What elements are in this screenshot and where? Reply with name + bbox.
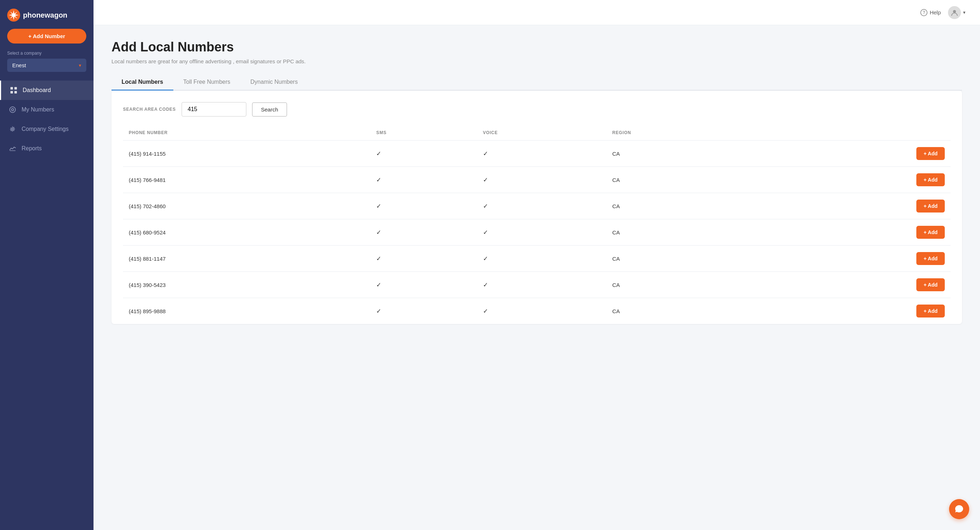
table-row: (415) 914-1155 ✓ ✓ CA + Add xyxy=(123,141,950,167)
add-number-row-button[interactable]: + Add xyxy=(916,173,945,186)
search-input[interactable] xyxy=(181,102,247,116)
add-number-row-button[interactable]: + Add xyxy=(916,278,945,291)
col-phone-number: PHONE NUMBER xyxy=(123,127,371,141)
svg-marker-1 xyxy=(9,10,19,20)
sidebar-item-dashboard[interactable]: Dashboard xyxy=(0,81,94,100)
sidebar-nav: Dashboard My Numbers Company Settings xyxy=(0,81,94,530)
sidebar-item-company-settings-label: Company Settings xyxy=(22,126,69,132)
table-row: (415) 390-5423 ✓ ✓ CA + Add xyxy=(123,272,950,298)
search-area-codes-label: SEARCH AREA CODES xyxy=(123,107,176,112)
sidebar: phonewagon + Add Number Select a company… xyxy=(0,0,94,530)
gear-icon xyxy=(9,125,16,133)
svg-rect-3 xyxy=(14,87,17,89)
table-row: (415) 895-9888 ✓ ✓ CA + Add xyxy=(123,298,950,324)
voice-cell: ✓ xyxy=(477,298,607,324)
add-cell: + Add xyxy=(755,272,950,298)
add-cell: + Add xyxy=(755,193,950,219)
sidebar-item-my-numbers-label: My Numbers xyxy=(22,107,54,113)
col-voice: VOICE xyxy=(477,127,607,141)
voice-check-icon: ✓ xyxy=(483,150,488,157)
tab-local-numbers[interactable]: Local Numbers xyxy=(111,75,173,91)
tab-dynamic-numbers[interactable]: Dynamic Numbers xyxy=(240,75,308,91)
page-title: Add Local Numbers xyxy=(111,40,962,55)
voice-check-icon: ✓ xyxy=(483,255,488,262)
chart-icon xyxy=(9,145,16,153)
sms-check-icon: ✓ xyxy=(376,282,381,288)
phone-number-cell: (415) 702-4860 xyxy=(123,193,371,219)
chat-icon xyxy=(955,505,964,514)
sms-check-icon: ✓ xyxy=(376,177,381,183)
voice-check-icon: ✓ xyxy=(483,282,488,288)
table-row: (415) 881-1147 ✓ ✓ CA + Add xyxy=(123,245,950,272)
search-button[interactable]: Search xyxy=(252,102,287,116)
add-number-row-button[interactable]: + Add xyxy=(916,304,945,317)
sms-cell: ✓ xyxy=(371,193,477,219)
add-cell: + Add xyxy=(755,167,950,193)
add-number-row-button[interactable]: + Add xyxy=(916,252,945,265)
sidebar-item-dashboard-label: Dashboard xyxy=(23,87,51,94)
phone-number-cell: (415) 680-9524 xyxy=(123,219,371,245)
region-cell: CA xyxy=(607,298,755,324)
brand-name: phonewagon xyxy=(23,11,67,19)
results-table: PHONE NUMBER SMS VOICE REGION (415) 914-… xyxy=(123,127,950,324)
svg-rect-5 xyxy=(14,91,17,94)
add-number-button[interactable]: + Add Number xyxy=(7,29,86,43)
voice-check-icon: ✓ xyxy=(483,203,488,210)
company-selector[interactable]: Enest xyxy=(7,59,86,72)
sms-check-icon: ✓ xyxy=(376,229,381,236)
phonewagon-logo-icon xyxy=(7,9,20,22)
col-action xyxy=(755,127,950,141)
avatar xyxy=(948,6,961,19)
phone-number-cell: (415) 914-1155 xyxy=(123,141,371,167)
voice-cell: ✓ xyxy=(477,219,607,245)
voice-check-icon: ✓ xyxy=(483,229,488,236)
phone-number-cell: (415) 390-5423 xyxy=(123,272,371,298)
sms-check-icon: ✓ xyxy=(376,203,381,210)
page-content: Add Local Numbers Local numbers are grea… xyxy=(94,25,980,530)
svg-point-7 xyxy=(11,108,14,111)
region-cell: CA xyxy=(607,272,755,298)
add-number-row-button[interactable]: + Add xyxy=(916,226,945,239)
tab-toll-free-numbers[interactable]: Toll Free Numbers xyxy=(173,75,240,91)
sidebar-item-company-settings[interactable]: Company Settings xyxy=(0,119,94,139)
grid-icon xyxy=(10,86,18,94)
add-cell: + Add xyxy=(755,298,950,324)
sidebar-item-reports[interactable]: Reports xyxy=(0,139,94,158)
add-cell: + Add xyxy=(755,141,950,167)
voice-cell: ✓ xyxy=(477,193,607,219)
help-button[interactable]: ? Help xyxy=(920,9,941,16)
main-content: ? Help ▾ Add Local Numbers Local numbers… xyxy=(94,0,980,530)
table-row: (415) 766-9481 ✓ ✓ CA + Add xyxy=(123,167,950,193)
svg-point-9 xyxy=(953,10,956,13)
results-table-container: PHONE NUMBER SMS VOICE REGION (415) 914-… xyxy=(123,127,950,324)
sms-check-icon: ✓ xyxy=(376,255,381,262)
table-row: (415) 680-9524 ✓ ✓ CA + Add xyxy=(123,219,950,245)
voice-check-icon: ✓ xyxy=(483,177,488,183)
help-icon: ? xyxy=(920,9,928,16)
svg-rect-2 xyxy=(10,87,13,89)
sidebar-item-my-numbers[interactable]: My Numbers xyxy=(0,100,94,119)
add-number-row-button[interactable]: + Add xyxy=(916,200,945,213)
search-panel: SEARCH AREA CODES Search PHONE NUMBER SM… xyxy=(111,91,962,324)
sms-cell: ✓ xyxy=(371,167,477,193)
region-cell: CA xyxy=(607,245,755,272)
phone-number-cell: (415) 881-1147 xyxy=(123,245,371,272)
user-menu[interactable]: ▾ xyxy=(948,6,966,19)
region-cell: CA xyxy=(607,219,755,245)
voice-cell: ✓ xyxy=(477,167,607,193)
company-select-input[interactable]: Enest xyxy=(7,59,86,72)
region-cell: CA xyxy=(607,167,755,193)
chat-bubble-button[interactable] xyxy=(949,499,969,519)
region-cell: CA xyxy=(607,141,755,167)
sms-check-icon: ✓ xyxy=(376,308,381,315)
add-number-row-button[interactable]: + Add xyxy=(916,147,945,160)
topbar: ? Help ▾ xyxy=(94,0,980,25)
voice-cell: ✓ xyxy=(477,245,607,272)
sms-cell: ✓ xyxy=(371,245,477,272)
sms-cell: ✓ xyxy=(371,272,477,298)
phone-number-cell: (415) 766-9481 xyxy=(123,167,371,193)
region-cell: CA xyxy=(607,193,755,219)
col-region: REGION xyxy=(607,127,755,141)
phone-icon xyxy=(9,106,16,114)
col-sms: SMS xyxy=(371,127,477,141)
